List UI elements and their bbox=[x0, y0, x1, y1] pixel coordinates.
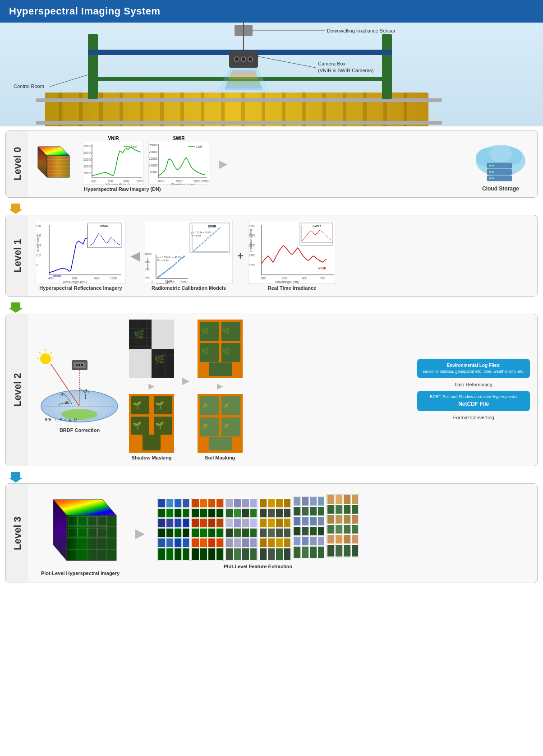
svg-rect-295 bbox=[183, 529, 189, 538]
svg-marker-99 bbox=[9, 204, 23, 214]
imaging-system-diagram: Downwelling Irradiance Sensor Camera Box… bbox=[0, 23, 543, 126]
svg-rect-412 bbox=[294, 497, 301, 506]
svg-marker-260 bbox=[9, 472, 23, 482]
svg-rect-422 bbox=[310, 517, 317, 526]
svg-text:R² = 3.24: R² = 3.24 bbox=[157, 259, 169, 262]
svg-rect-346 bbox=[226, 499, 233, 508]
svg-rect-319 bbox=[208, 509, 216, 518]
shadow-right-arrow: ► bbox=[144, 380, 160, 392]
feature-panel-6 bbox=[327, 494, 359, 557]
svg-rect-316 bbox=[216, 499, 223, 508]
svg-text:2000: 2000 bbox=[193, 180, 201, 183]
shadow-masking-caption: Shadow Masking bbox=[131, 455, 171, 460]
arrow-0-1 bbox=[0, 201, 543, 215]
svg-rect-296 bbox=[158, 538, 166, 547]
plot-imagery-caption: Plot-Level Hyperspectral Imagery bbox=[41, 570, 120, 576]
raw-imagery-caption: Hyperspectral Raw Imagery (DN) bbox=[84, 186, 161, 192]
svg-rect-464 bbox=[352, 535, 358, 544]
svg-rect-402 bbox=[284, 548, 290, 560]
vnir-chart: 25000 20000 15000 10000 5000 400 600 800… bbox=[83, 142, 144, 185]
level2-label: Level 2 bbox=[6, 314, 28, 466]
svg-text:15000: 15000 bbox=[83, 158, 92, 161]
svg-rect-349 bbox=[250, 499, 257, 508]
svg-rect-382 bbox=[284, 499, 290, 508]
level1-left-arrow: ◀ bbox=[130, 248, 140, 263]
svg-rect-465 bbox=[327, 545, 335, 557]
svg-rect-351 bbox=[234, 509, 241, 518]
svg-text:Irradiance: Irradiance bbox=[146, 257, 149, 269]
svg-rect-23 bbox=[382, 34, 392, 99]
level3-section: Level 3 bbox=[5, 483, 538, 583]
svg-text:R² = 0.84: R² = 0.84 bbox=[191, 234, 201, 237]
svg-rect-350 bbox=[226, 509, 233, 518]
svg-rect-401 bbox=[276, 548, 283, 560]
netcdf-box: BDRF, Soil and Shadow corrected Hyperspe… bbox=[417, 391, 530, 412]
svg-rect-362 bbox=[226, 538, 233, 547]
svg-rect-432 bbox=[294, 547, 301, 558]
soil-mask-result: 🌾 🌾 🌾 🌾 bbox=[198, 394, 243, 453]
svg-rect-363 bbox=[234, 538, 241, 547]
svg-rect-218 bbox=[152, 320, 174, 349]
feature-extraction-section: Plot-Level Feature Extraction bbox=[157, 498, 359, 569]
svg-text:, θ: , θ bbox=[57, 417, 62, 422]
reflectance-caption: Hyperspectral Reflectance Imagery bbox=[39, 285, 122, 291]
svg-point-191 bbox=[75, 364, 78, 366]
svg-rect-390 bbox=[284, 519, 290, 528]
svg-text:, φ, λ): , φ, λ) bbox=[66, 417, 77, 422]
svg-rect-255 bbox=[209, 437, 232, 450]
svg-text:400: 400 bbox=[261, 277, 266, 280]
irradiance-section: 1550 1500 1450 1400 1350 400 500 600 700… bbox=[248, 221, 336, 291]
svg-text:10000: 10000 bbox=[145, 253, 152, 255]
svg-rect-421 bbox=[302, 517, 309, 526]
svg-text:800: 800 bbox=[124, 180, 129, 183]
irradiance-caption: Real Time Irradiance bbox=[268, 285, 316, 291]
svg-text:0.8: 0.8 bbox=[37, 224, 41, 227]
svg-rect-283 bbox=[183, 499, 189, 508]
svg-point-95 bbox=[489, 171, 491, 173]
svg-rect-320 bbox=[216, 509, 223, 518]
reflectance-chart: 0.8 0.6 0.4 0.2 0 400 600 800 1000 Wavel… bbox=[36, 221, 126, 284]
reflectance-section: 0.8 0.6 0.4 0.2 0 400 600 800 1000 Wavel… bbox=[36, 221, 126, 291]
svg-rect-454 bbox=[336, 515, 343, 524]
level3-content: Plot-Level Hyperspectral Imagery ► bbox=[28, 484, 537, 583]
svg-text:🌱: 🌱 bbox=[54, 165, 58, 169]
svg-text:VNIR: VNIR bbox=[53, 274, 61, 278]
svg-rect-383 bbox=[260, 509, 267, 518]
svg-rect-364 bbox=[242, 538, 249, 547]
svg-rect-416 bbox=[294, 507, 301, 516]
svg-marker-38 bbox=[224, 79, 263, 90]
svg-rect-301 bbox=[166, 548, 174, 560]
control-room-label: Control Room bbox=[14, 83, 44, 89]
svg-rect-450 bbox=[336, 505, 343, 514]
level0-arrow: ► bbox=[216, 156, 230, 172]
svg-text:🌱: 🌱 bbox=[155, 401, 164, 409]
svg-rect-336 bbox=[216, 548, 223, 560]
brdf-section: θ v θ i φ r R(θ i , θ v , φ, λ) BRDF Cor… bbox=[36, 348, 124, 433]
svg-rect-447 bbox=[344, 495, 351, 504]
svg-text:25000: 25000 bbox=[83, 144, 92, 148]
svg-rect-458 bbox=[336, 525, 343, 534]
svg-rect-245 bbox=[209, 362, 232, 376]
svg-rect-325 bbox=[192, 529, 199, 538]
svg-rect-380 bbox=[268, 499, 275, 508]
shadow-mask-img: 🌿 🌿 bbox=[129, 320, 174, 378]
svg-text:y = 0.2646c + 4100: y = 0.2646c + 4100 bbox=[157, 256, 181, 259]
svg-rect-417 bbox=[302, 507, 309, 516]
arrow-2-3-svg bbox=[9, 470, 23, 483]
svg-rect-287 bbox=[183, 509, 189, 518]
feature-panel-2 bbox=[191, 498, 224, 561]
svg-rect-414 bbox=[310, 497, 317, 506]
svg-rect-388 bbox=[268, 519, 275, 528]
svg-rect-299 bbox=[183, 538, 189, 547]
svg-rect-418 bbox=[310, 507, 317, 516]
svg-rect-461 bbox=[327, 535, 335, 544]
svg-text:21000: 21000 bbox=[149, 157, 158, 160]
svg-rect-297 bbox=[166, 538, 174, 547]
top-illustration: Downwelling Irradiance Sensor Camera Box… bbox=[0, 23, 543, 126]
svg-rect-393 bbox=[276, 529, 283, 538]
soil-mask-img: 🌿 🌿 🌿 🌿 bbox=[198, 320, 243, 378]
svg-rect-368 bbox=[242, 548, 249, 560]
svg-point-32 bbox=[248, 57, 253, 61]
svg-text:🌿: 🌿 bbox=[154, 354, 165, 365]
svg-text:1550: 1550 bbox=[249, 224, 256, 227]
